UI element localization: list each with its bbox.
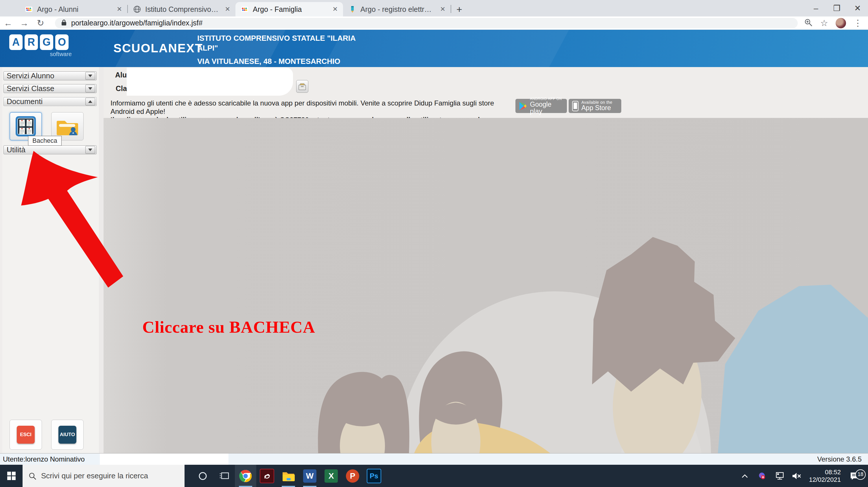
system-tray: 08:52 12/02/2021 18 [737, 465, 868, 487]
action-center-button[interactable]: 18 [845, 472, 864, 480]
powerpoint-taskbar-button[interactable]: P [342, 465, 363, 487]
tab-close-icon[interactable]: ✕ [224, 5, 231, 13]
back-icon[interactable]: ← [0, 18, 16, 28]
windows-logo-icon [7, 472, 16, 480]
archive-drawer-icon [298, 82, 307, 91]
volume-muted-icon[interactable] [789, 472, 804, 480]
url-text: portaleargo.it/argoweb/famiglia/index.js… [71, 19, 203, 27]
address-bar[interactable]: portaleargo.it/argoweb/famiglia/index.js… [55, 18, 798, 28]
chevron-down-icon [88, 74, 92, 77]
tab-argo-famiglia-active[interactable]: Argo - Famiglia ✕ [236, 2, 343, 17]
esci-label: ESCI [17, 426, 35, 444]
sidebar-scrollbar[interactable] [99, 67, 104, 453]
class-picker-button[interactable] [296, 80, 308, 93]
running-indicator [239, 486, 252, 487]
start-button[interactable] [0, 465, 23, 487]
word-taskbar-button[interactable]: W [299, 465, 320, 487]
browser-toolbar: ← → ↻ portaleargo.it/argoweb/famiglia/in… [0, 17, 868, 30]
tab-argo-alunni[interactable]: Argo - Alunni ✕ [20, 2, 127, 17]
acrobat-taskbar-button[interactable] [256, 465, 278, 487]
acrobat-icon [260, 469, 274, 483]
expand-button[interactable] [85, 146, 95, 154]
word-icon: W [303, 469, 316, 483]
task-view-button[interactable] [213, 465, 235, 487]
argo-letter: R [25, 34, 38, 50]
folder-person-icon [56, 116, 79, 136]
sidebar-item-label: Documenti [7, 97, 42, 106]
sidebar-item-utilita[interactable]: Utilità [3, 145, 97, 154]
network-icon[interactable] [772, 472, 787, 480]
excel-taskbar-button[interactable]: X [320, 465, 342, 487]
sidebar-item-label: Servizi Alunno [7, 71, 54, 80]
tab-close-icon[interactable]: ✕ [116, 5, 123, 13]
photoshop-taskbar-button[interactable]: Ps [363, 465, 385, 487]
sidebar-item-servizi-alunno[interactable]: Servizi Alunno [3, 71, 97, 80]
cortana-button[interactable] [192, 465, 213, 487]
sidebar-item-label: Servizi Classe [7, 84, 54, 93]
tab-istituto[interactable]: Istituto Comprensivo Statale ✕ [128, 2, 236, 17]
tray-chevron-up-icon[interactable] [737, 474, 752, 478]
tray-app-notification-icon[interactable] [755, 472, 770, 480]
expand-button[interactable] [85, 72, 95, 80]
minimize-button[interactable]: – [806, 0, 826, 17]
scuolanext-brand: SCUOLANEXT [113, 41, 203, 55]
running-indicator [303, 486, 316, 487]
powerpoint-icon: P [346, 469, 359, 483]
school-address: VIA VITULANESE, 48 - MONTESARCHIO [197, 57, 359, 66]
tab-title: Argo - registro elettronico e altri [361, 5, 435, 13]
chrome-taskbar-button[interactable] [235, 465, 256, 487]
file-explorer-taskbar-button[interactable] [278, 465, 299, 487]
excel-icon: X [324, 469, 338, 483]
argo-favicon-icon [25, 5, 33, 13]
clock-date: 12/02/2021 [809, 476, 841, 484]
google-play-badge[interactable]: ANDROID APP ON Google play [516, 99, 567, 113]
tab-close-icon[interactable]: ✕ [332, 5, 339, 13]
lock-icon [61, 19, 67, 28]
sidebar-item-servizi-classe[interactable]: Servizi Classe [3, 84, 97, 93]
taskbar-search[interactable]: Scrivi qui per eseguire la ricerca [23, 465, 185, 487]
browser-tab-bar: Argo - Alunni ✕ Istituto Comprensivo Sta… [0, 0, 868, 17]
bacheca-icon [15, 115, 37, 137]
sidebar-item-documenti[interactable]: Documenti [3, 97, 97, 106]
reload-icon[interactable]: ↻ [32, 18, 49, 28]
profile-avatar[interactable] [836, 18, 846, 28]
chevron-down-icon [88, 87, 92, 90]
pencil-favicon-icon [348, 5, 356, 13]
restore-button[interactable]: ❐ [826, 0, 847, 17]
main-top-strip: Alunno: Classe: Informiamo gli utenti ch… [103, 67, 868, 118]
tab-close-icon[interactable]: ✕ [439, 5, 446, 13]
file-explorer-icon [282, 470, 295, 482]
cortana-icon [198, 472, 207, 481]
close-button[interactable]: ✕ [847, 0, 868, 17]
zoom-icon[interactable] [804, 18, 813, 28]
notification-count-badge: 18 [855, 469, 866, 480]
app-header: A R G O software SCUOLANEXT ISTITUTO COM… [0, 30, 868, 67]
tab-argo-registro[interactable]: Argo - registro elettronico e altri ✕ [343, 2, 451, 17]
new-tab-button[interactable]: + [451, 2, 467, 17]
annotation-text: Cliccare su BACHECA [142, 317, 315, 337]
aiuto-label: AIUTO [58, 426, 76, 444]
argo-letter: A [9, 34, 23, 50]
bookmark-star-icon[interactable]: ☆ [820, 18, 828, 28]
chevron-down-icon [88, 149, 92, 151]
family-illustration [103, 118, 868, 453]
aiuto-button[interactable]: AIUTO [51, 420, 84, 450]
school-name: ISTITUTO COMPRENSIVO STATALE "ILARIA ALP… [197, 33, 359, 53]
main-panel: Alunno: Classe: Informiamo gli utenti ch… [103, 67, 868, 453]
forward-icon[interactable]: → [16, 18, 32, 28]
badge-big-text: Google play [530, 101, 563, 115]
chevron-up-icon [88, 100, 92, 103]
sidebar: Servizi Alunno Servizi Classe Documenti [2, 67, 99, 453]
taskbar-clock[interactable]: 08:52 12/02/2021 [807, 468, 843, 484]
sidebar-item-label: Utilità [7, 145, 26, 154]
argo-favicon-icon [241, 5, 249, 13]
expand-button[interactable] [85, 85, 95, 93]
content-area: Servizi Alunno Servizi Classe Documenti [0, 67, 868, 453]
badge-big-text: App Store [581, 104, 612, 111]
collapse-button[interactable] [85, 98, 95, 105]
app-store-badge[interactable]: Available on the App Store [569, 99, 621, 113]
search-placeholder: Scrivi qui per eseguire la ricerca [41, 472, 148, 480]
chrome-menu-icon[interactable]: ⋮ [854, 18, 862, 28]
google-play-icon [519, 101, 527, 111]
esci-button[interactable]: ESCI [9, 420, 42, 450]
